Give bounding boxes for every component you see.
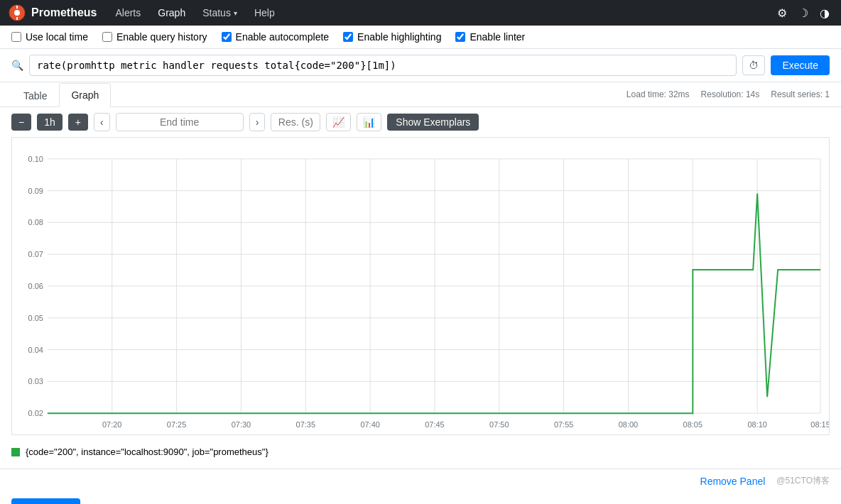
load-time-stat: Load time: 32ms — [626, 89, 690, 99]
add-panel-button[interactable]: Add Panel — [11, 498, 80, 504]
execute-button[interactable]: Execute — [771, 55, 830, 75]
result-series-stat: Result series: 1 — [771, 89, 830, 99]
add-panel-bar: Add Panel — [0, 493, 841, 504]
gear-icon-button[interactable]: ⚙ — [774, 4, 790, 23]
moon-icon-button[interactable]: ☽ — [796, 4, 811, 23]
zoom-out-button[interactable]: − — [11, 114, 31, 131]
nav-help[interactable]: Help — [247, 4, 282, 21]
svg-rect-2 — [16, 6, 18, 9]
next-time-button[interactable]: › — [249, 113, 266, 131]
enable-highlighting-input[interactable] — [343, 32, 353, 42]
enable-linter-checkbox[interactable]: Enable linter — [455, 31, 525, 43]
svg-text:08:05: 08:05 — [683, 420, 702, 429]
enable-linter-label: Enable linter — [470, 31, 525, 43]
enable-autocomplete-checkbox[interactable]: Enable autocomplete — [222, 31, 330, 43]
svg-text:07:30: 07:30 — [232, 420, 251, 429]
stacked-chart-button[interactable]: 📊 — [357, 113, 381, 131]
duration-button[interactable]: 1h — [37, 114, 63, 131]
end-time-input[interactable] — [116, 113, 244, 131]
prometheus-logo — [9, 4, 26, 21]
tab-stats: Load time: 32ms Resolution: 14s Result s… — [626, 84, 830, 105]
legend: {code="200", instance="localhost:9090", … — [0, 441, 841, 469]
query-input[interactable] — [29, 55, 737, 76]
svg-text:07:40: 07:40 — [360, 420, 379, 429]
svg-text:07:45: 07:45 — [425, 420, 444, 429]
svg-text:0.08: 0.08 — [28, 218, 43, 226]
svg-text:0.10: 0.10 — [28, 155, 43, 163]
navbar: Prometheus Alerts Graph Status ▾ Help ⚙ … — [0, 0, 841, 26]
svg-text:07:20: 07:20 — [102, 420, 121, 429]
prev-time-button[interactable]: ‹ — [94, 113, 110, 131]
svg-text:0.06: 0.06 — [28, 282, 43, 290]
brand: Prometheus — [9, 4, 97, 21]
tab-bar: Table Graph Load time: 32ms Resolution: … — [0, 82, 841, 107]
chart-container: 0.10 0.09 0.08 0.07 0.06 0.05 0.04 0.03 … — [0, 137, 841, 441]
enable-query-history-checkbox[interactable]: Enable query history — [102, 31, 207, 43]
svg-point-1 — [14, 10, 20, 16]
watermark: @51CTO博客 — [776, 475, 830, 487]
panel-footer: Remove Panel @51CTO博客 — [0, 469, 841, 493]
brand-name: Prometheus — [31, 6, 97, 19]
navbar-right: ⚙ ☽ ◑ — [774, 4, 832, 23]
tab-graph[interactable]: Graph — [59, 83, 111, 107]
query-bar: 🔍 ⏱ Execute — [0, 49, 841, 82]
svg-text:0.02: 0.02 — [28, 409, 43, 417]
tab-table[interactable]: Table — [11, 84, 59, 107]
enable-linter-input[interactable] — [455, 32, 465, 42]
svg-text:0.05: 0.05 — [28, 314, 43, 322]
use-local-time-checkbox[interactable]: Use local time — [11, 31, 88, 43]
svg-text:0.07: 0.07 — [28, 250, 43, 258]
status-dropdown-arrow: ▾ — [234, 9, 237, 17]
zoom-in-button[interactable]: + — [68, 114, 88, 131]
line-chart-button[interactable]: 📈 — [326, 113, 351, 131]
enable-autocomplete-label: Enable autocomplete — [236, 31, 330, 43]
enable-autocomplete-input[interactable] — [222, 32, 232, 42]
use-local-time-label: Use local time — [26, 31, 88, 43]
svg-text:0.03: 0.03 — [28, 377, 43, 385]
nav-links: Alerts Graph Status ▾ Help — [108, 4, 281, 21]
enable-highlighting-label: Enable highlighting — [357, 31, 441, 43]
svg-text:0.09: 0.09 — [28, 187, 43, 195]
enable-highlighting-checkbox[interactable]: Enable highlighting — [343, 31, 441, 43]
chart-svg: 0.10 0.09 0.08 0.07 0.06 0.05 0.04 0.03 … — [12, 138, 829, 434]
svg-text:07:25: 07:25 — [167, 420, 186, 429]
chart-series-line — [48, 194, 820, 414]
query-history-button[interactable]: ⏱ — [742, 55, 765, 75]
contrast-icon-button[interactable]: ◑ — [817, 4, 832, 23]
chart-wrap: 0.10 0.09 0.08 0.07 0.06 0.05 0.04 0.03 … — [11, 137, 830, 435]
svg-text:0.04: 0.04 — [28, 346, 43, 354]
svg-text:07:55: 07:55 — [554, 420, 573, 429]
enable-query-history-label: Enable query history — [116, 31, 207, 43]
resolution-stat: Resolution: 14s — [701, 89, 760, 99]
nav-graph[interactable]: Graph — [151, 4, 192, 21]
use-local-time-input[interactable] — [11, 32, 21, 42]
nav-alerts[interactable]: Alerts — [108, 4, 148, 21]
resolution-input[interactable] — [271, 113, 320, 131]
enable-query-history-input[interactable] — [102, 32, 112, 42]
svg-text:08:10: 08:10 — [747, 420, 766, 429]
remove-panel-link[interactable]: Remove Panel — [700, 476, 766, 487]
svg-text:08:15: 08:15 — [810, 420, 829, 429]
search-icon: 🔍 — [11, 60, 23, 71]
controls-bar: − 1h + ‹ › 📈 📊 Show Exemplars — [0, 107, 841, 137]
svg-text:08:00: 08:00 — [619, 420, 638, 429]
legend-label: {code="200", instance="localhost:9090", … — [26, 447, 268, 457]
svg-rect-3 — [16, 17, 18, 20]
svg-text:07:35: 07:35 — [296, 420, 315, 429]
settings-bar: Use local time Enable query history Enab… — [0, 26, 841, 49]
svg-text:07:50: 07:50 — [489, 420, 509, 429]
legend-color-swatch — [11, 448, 20, 456]
nav-status[interactable]: Status ▾ — [195, 4, 244, 21]
show-exemplars-button[interactable]: Show Exemplars — [387, 114, 479, 131]
